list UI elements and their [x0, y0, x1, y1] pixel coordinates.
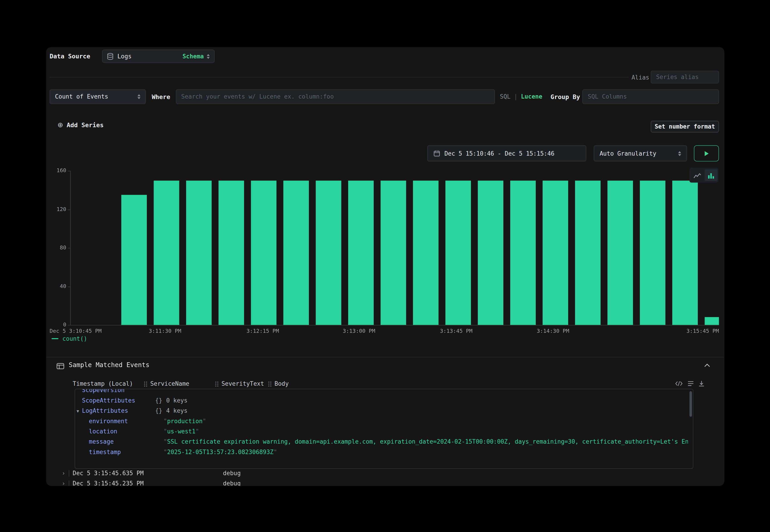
chart-bar[interactable]	[219, 181, 244, 325]
time-range-picker[interactable]: Dec 5 15:10:46 - Dec 5 15:15:46	[427, 145, 586, 162]
granularity-select[interactable]: Auto Granularity	[594, 145, 687, 162]
attribute-tree: ScopeVersionScopeAttributes{}0 keys▾LogA…	[75, 389, 688, 457]
chart-bar[interactable]	[121, 195, 147, 325]
add-series-label: Add Series	[67, 121, 104, 128]
bar-series	[46, 171, 724, 325]
group-by-label: Group By	[551, 93, 580, 101]
x-axis-label: 3:13:45 PM	[440, 328, 473, 334]
expanded-field-row[interactable]: ScopeAttributes{}0 keys	[75, 396, 688, 406]
chart-legend[interactable]: count()	[52, 335, 87, 343]
legend-swatch	[52, 338, 58, 339]
chart-bar[interactable]	[154, 181, 179, 325]
expanded-field-row[interactable]: timestamp"2025-12-05T13:57:23.082306893Z…	[75, 447, 688, 457]
x-axis-label: 3:12:15 PM	[246, 328, 279, 334]
search-input[interactable]	[176, 89, 495, 104]
drag-handle-icon[interactable]	[268, 381, 271, 387]
col-timestamp[interactable]: Timestamp (Local)	[73, 380, 133, 387]
chart-bar[interactable]	[413, 181, 439, 325]
collapse-caret-icon[interactable]: ▾	[77, 406, 79, 416]
scrollbar-thumb[interactable]	[690, 391, 692, 417]
query-language-toggle[interactable]: SQL | Lucene	[500, 93, 542, 100]
play-icon	[704, 150, 709, 156]
x-axis-label: Dec 5 3:10:45 PM	[50, 328, 102, 334]
chart-bar[interactable]	[316, 181, 341, 325]
event-timestamp: Dec 5 3:15:45.235 PM	[73, 479, 144, 486]
chart-bar[interactable]	[608, 181, 633, 325]
download-icon[interactable]	[698, 380, 705, 387]
code-view-icon[interactable]	[675, 381, 683, 386]
bar-chart-icon[interactable]	[705, 169, 717, 181]
field-value: {}0 keys	[155, 396, 688, 406]
bar-chart: 16012080400 Dec 5 3:10:45 PM3:11:30 PM3:…	[46, 171, 724, 340]
chart-bar[interactable]	[640, 181, 665, 325]
set-number-format-button[interactable]: Set number format	[651, 121, 719, 133]
group-by-input[interactable]	[583, 89, 719, 104]
col-severitytext[interactable]: SeverityText	[215, 380, 264, 387]
schema-link[interactable]: Schema	[182, 53, 204, 60]
lucene-option[interactable]: Lucene	[521, 93, 542, 100]
events-section-title: Sample Matched Events	[69, 361, 149, 368]
expanded-field-row[interactable]: ▾LogAttributes{}4 keys	[75, 406, 688, 416]
event-severity: debug	[223, 479, 241, 486]
events-table-header: Timestamp (Local) ServiceName SeverityTe…	[46, 379, 724, 389]
expanded-field-row[interactable]: message"SSL certificate expiration warni…	[75, 437, 688, 447]
chart-bar[interactable]	[510, 181, 536, 325]
aggregation-select[interactable]: Count of Events	[50, 89, 146, 104]
database-icon	[107, 53, 113, 60]
chart-bar[interactable]	[348, 181, 373, 325]
sql-option[interactable]: SQL	[500, 93, 511, 100]
x-axis-label: 3:14:30 PM	[537, 328, 569, 334]
chart-bar[interactable]	[575, 181, 601, 325]
expanded-field-row[interactable]: environment"production"	[75, 416, 688, 426]
event-row[interactable]: ›Dec 5 3:15:45.235 PMdebug	[46, 479, 724, 486]
expanded-field-row[interactable]: location"us-west1"	[75, 427, 688, 437]
section-divider	[46, 357, 724, 357]
run-query-button[interactable]	[694, 145, 719, 162]
chart-bar[interactable]	[381, 181, 406, 325]
field-key: ScopeAttributes	[82, 396, 135, 406]
x-axis: Dec 5 3:10:45 PM3:11:30 PM3:12:15 PM3:13…	[46, 328, 724, 336]
event-row[interactable]: ›Dec 5 3:15:45.635 PMdebug	[46, 468, 724, 478]
chart-bar[interactable]	[186, 181, 211, 325]
chart-bar[interactable]	[478, 181, 503, 325]
data-source-select[interactable]: Logs Schema	[102, 50, 214, 63]
time-range-value: Dec 5 15:10:46 - Dec 5 15:15:46	[444, 150, 554, 157]
collapse-section-icon[interactable]	[704, 364, 710, 367]
chevron-updown-icon	[207, 54, 210, 59]
calendar-icon	[434, 150, 440, 157]
col-body[interactable]: Body	[268, 380, 289, 387]
legend-series-name: count()	[62, 335, 87, 342]
x-axis-label: 3:15:45 PM	[686, 328, 719, 334]
field-value: "2025-12-05T13:57:23.082306893Z"	[164, 447, 688, 457]
row-density-icon[interactable]	[688, 381, 694, 386]
drag-handle-icon[interactable]	[144, 381, 147, 387]
where-label: Where	[152, 93, 170, 101]
expanded-field-row[interactable]: ScopeVersion	[75, 389, 688, 395]
chart-bar[interactable]	[705, 317, 719, 325]
event-severity: debug	[223, 468, 241, 478]
chart-bar[interactable]	[446, 181, 471, 325]
event-timestamp: Dec 5 3:15:45.635 PM	[73, 468, 144, 478]
field-key: LogAttributes	[82, 406, 128, 416]
col-servicename[interactable]: ServiceName	[144, 380, 189, 387]
chart-type-toggle	[690, 168, 718, 183]
field-key: timestamp	[89, 447, 121, 457]
expanded-event-detail: ScopeVersionScopeAttributes{}0 keys▾LogA…	[75, 389, 693, 469]
chevron-updown-icon	[137, 94, 140, 99]
chart-bar[interactable]	[543, 181, 568, 325]
y-axis-tick	[68, 325, 70, 325]
line-chart-icon[interactable]	[691, 169, 703, 181]
drag-handle-icon[interactable]	[215, 381, 218, 387]
divider: |	[514, 93, 518, 100]
chart-bar[interactable]	[672, 181, 698, 325]
x-axis-label: 3:13:00 PM	[343, 328, 375, 334]
chart-bar[interactable]	[283, 181, 309, 325]
chart-bar[interactable]	[251, 181, 276, 325]
search-panel: Data Source Logs Schema Alias Count of E…	[46, 47, 724, 486]
add-series-button[interactable]: ⊕ Add Series	[57, 121, 104, 129]
field-key: message	[89, 437, 114, 447]
expand-row-icon[interactable]: ›	[62, 468, 65, 478]
expand-row-icon[interactable]: ›	[62, 479, 65, 486]
field-key: environment	[89, 416, 128, 426]
alias-input[interactable]	[651, 71, 719, 83]
